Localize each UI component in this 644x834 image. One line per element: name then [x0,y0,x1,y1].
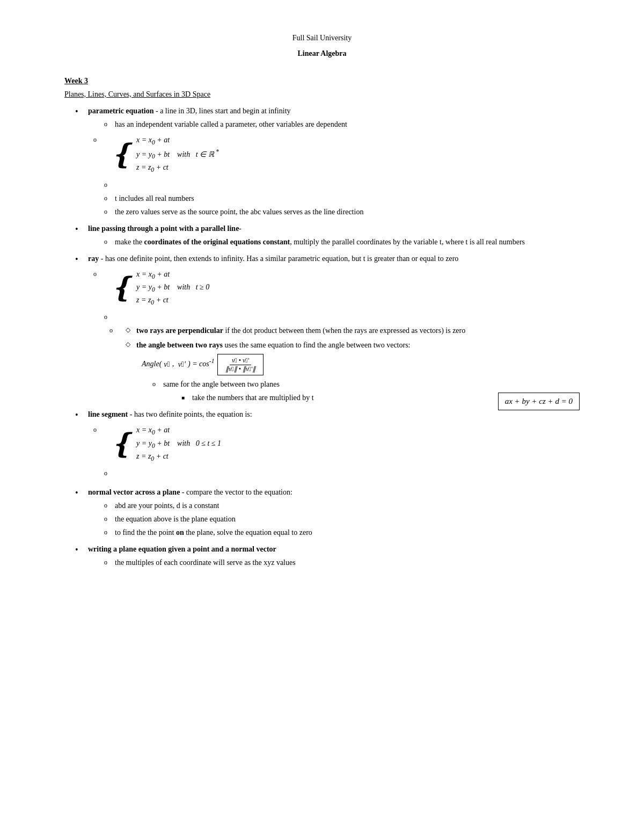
sub-item-abd-points: abd are your points, d is a constant [104,500,580,511]
term-parametric: parametric equation [88,107,153,115]
eq2-line2: y = y0 + bt with t ≥ 0 [136,281,209,294]
sub-list-writing-plane: the multiples of each coordinate will se… [104,557,580,568]
sub-list-normal: abd are your points, d is a constant the… [104,500,580,538]
list-item-ray: ray - has one definite point, then exten… [75,253,580,404]
eq1-line1: x = x0 + at [136,134,219,147]
term-parallel-line: line passing through a point with a para… [88,224,239,233]
def-perpendicular: if the dot product between them (when th… [225,327,465,335]
boxed-plane-equation: ax + by + cz + d = 0 [498,393,580,410]
list-item-parallel-line: line passing through a point with a para… [75,223,580,248]
list-item-writing-plane: writing a plane equation given a point a… [75,543,580,568]
sub-item-parallel-coords: make the coordinates of the original equ… [104,236,580,248]
term-ray: ray [88,255,99,263]
sub-list-ray: ❴ x = x0 + at y = y0 + bt with t ≥ 0 z =… [104,269,580,404]
sub-list-segment: ❴ x = x0 + at y = y0 + bt with 0 ≤ t ≤ 1… [104,424,580,479]
def-parallel-line: - [239,224,241,233]
eq2-line1: x = x0 + at [136,269,209,281]
sub-item-independent-var: has an independent variable called a par… [104,119,580,130]
sub-list-parametric: has an independent variable called a par… [104,119,580,217]
sub-item-plane-eq: the equation above is the plane equation [104,513,580,525]
sub-item-empty1 [104,179,580,191]
sub-item-eq2: ❴ x = x0 + at y = y0 + bt with t ≥ 0 z =… [93,269,580,308]
sub-item-eq3: ❴ x = x0 + at y = y0 + bt with 0 ≤ t ≤ 1… [93,424,580,463]
def-parametric: - a line in 3D, lines start and begin at… [156,107,291,115]
sub-item-perpendicular: two rays are perpendicular if the dot pr… [109,325,580,403]
sub-item-t-real: t includes all real numbers [104,193,580,204]
list-item-segment: line segment - has two definite points, … [75,409,580,481]
eq1-line3: z = z0 + ct [136,162,219,175]
angle-fraction: v⃗ • v⃗' ‖v⃗‖ • ‖v⃗'‖ [223,357,258,373]
section-heading: Planes, Lines, Curves, and Surfaces in 3… [64,89,580,100]
term-normal-vector: normal vector across a plane [88,488,180,496]
week-heading: Week 3 [64,75,580,86]
sub-item-multiples-xyz: the multiples of each coordinate will se… [104,557,580,568]
term-perpendicular: two rays are perpendicular [136,327,223,335]
document-container: Full Sail University Linear Algebra Week… [64,32,580,568]
eq3-line2: y = y0 + bt with 0 ≤ t ≤ 1 [136,438,221,451]
sub-item-zero-source: the zero values serve as the source poin… [104,206,580,217]
sub-item-find-point: to find the the point on the plane, solv… [104,527,580,538]
main-content-list: parametric equation - a line in 3D, line… [75,105,580,568]
def-normal-vector: - compare the vector to the equation: [182,488,292,496]
def-segment: - has two definite points, the equation … [130,410,252,418]
sub-item-empty3 [104,468,580,479]
eq2-line3: z = z0 + ct [136,294,209,307]
angle-equation: Angle(v⃗, v⃗') = cos-1 v⃗ • v⃗' ‖v⃗‖ • ‖… [142,354,580,375]
equation-system-2: ❴ x = x0 + at y = y0 + bt with t ≥ 0 z =… [109,269,580,308]
term-angle: the angle between two rays [136,341,223,349]
eq1-line2: y = y0 + bt with t ∈ ℝ * [136,147,219,162]
def-ray: - has one definite point, then extends t… [101,255,459,263]
term-segment: line segment [88,410,128,418]
university-name: Full Sail University [64,32,580,43]
list-item-parametric: parametric equation - a line in 3D, line… [75,105,580,217]
list-item-normal-vector: normal vector across a plane - compare t… [75,487,580,538]
eq3-line1: x = x0 + at [136,424,221,437]
sub-item-eq1: ❴ x = x0 + at y = y0 + bt with t ∈ ℝ * z… [93,134,580,175]
sub-list-parallel: make the coordinates of the original equ… [104,236,580,248]
def-angle: uses the same equation to find the angle… [224,341,410,349]
equation-system-1: ❴ x = x0 + at y = y0 + bt with t ∈ ℝ * z… [109,134,580,175]
equation-system-3: ❴ x = x0 + at y = y0 + bt with 0 ≤ t ≤ 1… [109,424,580,463]
eq3-line3: z = z0 + ct [136,451,221,463]
sub-item-empty2 [104,311,580,323]
diamond-item-perpendicular: two rays are perpendicular if the dot pr… [126,325,580,336]
diamond-list-ray: two rays are perpendicular if the dot pr… [126,325,580,403]
course-title: Linear Algebra [64,48,580,59]
term-writing-plane: writing a plane equation given a point a… [88,545,276,553]
